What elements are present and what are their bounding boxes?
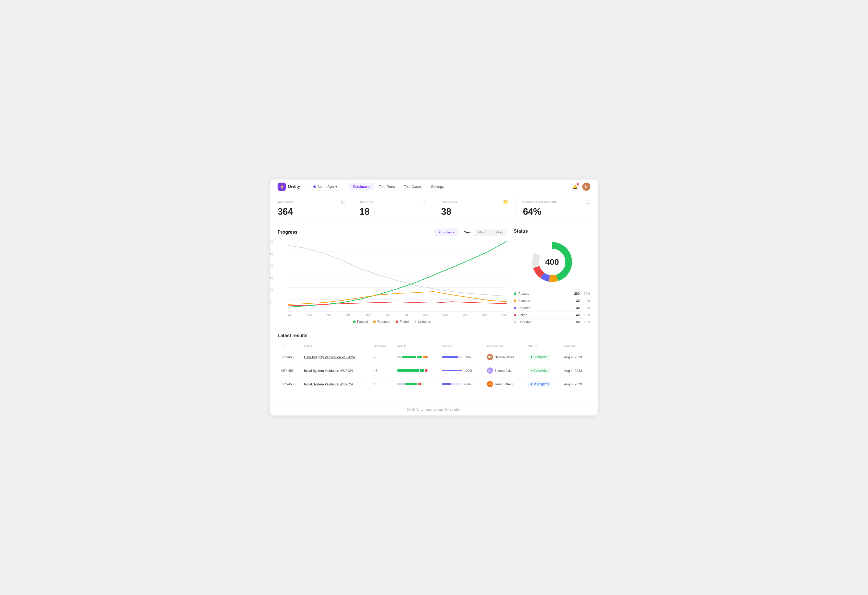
status-row-failed: Failed 40 10% [514, 312, 590, 319]
table-row: KEY-456 Initial System Validation 4/8/20… [278, 377, 590, 391]
col-assigned: Assigned to [484, 342, 525, 351]
test-suites-icon: 📁 [503, 199, 508, 205]
time-group: Year Month Week [460, 229, 506, 236]
status-row-rejected: Rejected 30 8% [514, 304, 590, 312]
cell-status: In progress [525, 377, 561, 391]
stat-test-cases-value: 364 [278, 206, 345, 217]
logo: 🦉 Owlity [278, 183, 300, 191]
status-rejected-label: Rejected [518, 306, 576, 310]
untested-dot [514, 321, 516, 324]
table-row: KEY-456 Data Integrity Verification 4/8/… [278, 351, 590, 364]
cell-cases: 45 [371, 377, 394, 391]
cell-created: Aug 4, 2023 [561, 377, 590, 391]
progress-section: Progress All suites ▾ Year Month Week 30… [278, 228, 506, 326]
legend-rejected: Rejected [373, 320, 390, 324]
chevron-down-icon: ▾ [335, 185, 337, 189]
result-name-link[interactable]: Initial System Validation 4/8/2024 [304, 369, 353, 373]
avatar[interactable]: U [582, 183, 590, 191]
cell-created: Aug 4, 2023 [561, 364, 590, 377]
app-selector[interactable]: Acme App ▾ [310, 183, 340, 190]
y-axis: 300 250 200 150 100 50 0 [270, 240, 273, 316]
x-axis: JanFeb MarApr MayJun JulAug SepOct NovDe… [288, 313, 506, 316]
stat-test-cases-label: Test cases [278, 200, 293, 204]
legend-rejected-label: Rejected [377, 320, 390, 324]
col-name: Name [301, 342, 371, 351]
nav-divider [305, 184, 306, 190]
col-cases: Nº Cases [371, 342, 394, 351]
chart-legend: Passed Rejected Failed Untested [278, 320, 506, 324]
progress-header: Progress All suites ▾ Year Month Week [278, 228, 506, 236]
status-row-blocked: Blocked 30 8% [514, 297, 590, 304]
passed-dot [514, 292, 516, 295]
cell-done: 79% [439, 351, 484, 364]
notification-button[interactable]: 🔔 [571, 183, 579, 191]
status-untested-pct: 13% [583, 320, 590, 324]
cell-result [394, 364, 439, 377]
coverage-icon: ☑ [586, 199, 590, 205]
results-table: ID Name Nº Cases Result Done % Assigned … [278, 342, 590, 391]
status-passed-count: 280 [574, 292, 580, 296]
test-cases-icon: ⊞ [341, 199, 345, 205]
col-status: Status [525, 342, 561, 351]
status-blocked-count: 30 [576, 299, 580, 303]
status-row-untested: Untested 50 13% [514, 319, 590, 326]
legend-failed-label: Failed [400, 320, 409, 324]
logo-icon: 🦉 [278, 183, 286, 191]
status-failed-count: 40 [576, 313, 580, 317]
chart-area [288, 240, 506, 312]
test-runs-icon: ▷ [423, 199, 427, 205]
table-row: KEY-456 Initial System Validation 4/8/20… [278, 364, 590, 377]
donut-chart: 400 [529, 239, 575, 285]
status-failed-label: Failed [518, 313, 576, 317]
stat-test-suites-value: 38 [441, 206, 508, 217]
donut-total: 400 [545, 258, 559, 267]
progress-title: Progress [278, 230, 298, 235]
cell-id: KEY-456 [278, 351, 301, 364]
status-list: Passed 280 70% Blocked 30 8% Rejected 30… [514, 290, 590, 326]
cell-name: Initial System Validation 4/8/2024 [301, 364, 371, 377]
stat-test-suites-label: Test suites [441, 200, 457, 204]
time-year-btn[interactable]: Year [460, 229, 474, 236]
filter-group: All suites ▾ Year Month Week [434, 228, 506, 236]
cell-assignee: NP Natalia Pérez [484, 351, 525, 364]
nav-link-dashboard[interactable]: Dasboard [349, 183, 374, 191]
col-done: Done % [439, 342, 484, 351]
cell-name: Initial System Validation 4/8/2024 [301, 377, 371, 391]
cell-id: KEY-456 [278, 377, 301, 391]
footer-text: OwlityAI, an autonomous QA solution [407, 408, 462, 411]
cell-assignee: ZA Zainab Aziz [484, 364, 525, 377]
chart-wrapper: 300 250 200 150 100 50 0 [278, 240, 506, 316]
legend-passed: Passed [353, 320, 368, 324]
stat-test-suites: Test suites 📁 38 [434, 194, 516, 222]
time-month-btn[interactable]: Month [475, 229, 491, 236]
cell-name: Data Integrity Verification 4/8/2024 [301, 351, 371, 364]
main-content: Progress All suites ▾ Year Month Week 30… [270, 222, 598, 403]
stat-test-cases: Test cases ⊞ 364 [270, 194, 352, 222]
cell-status: Completed [525, 351, 561, 364]
status-title: Status [514, 228, 590, 234]
latest-section: Latest results ID Name Nº Cases Result D… [278, 333, 590, 397]
all-suites-filter[interactable]: All suites ▾ [434, 228, 458, 236]
cell-result [394, 377, 439, 391]
nav-link-testruns[interactable]: Test Runs [375, 183, 399, 191]
nav-link-testcases[interactable]: Test Cases [400, 183, 426, 191]
table-header-row: ID Name Nº Cases Result Done % Assigned … [278, 342, 590, 351]
navbar: 🦉 Owlity Acme App ▾ Dasboard Test Runs T… [270, 180, 598, 194]
status-blocked-label: Blocked [518, 299, 576, 303]
nav-icons: 🔔 U [571, 183, 590, 191]
time-week-btn[interactable]: Week [491, 229, 506, 236]
stat-test-runs-label: Test runs [359, 200, 373, 204]
result-name-link[interactable]: Data Integrity Verification 4/8/2024 [304, 355, 355, 359]
stat-test-runs: Test runs ▷ 18 [352, 194, 434, 222]
col-created: Created [561, 342, 590, 351]
logo-text: Owlity [288, 184, 300, 189]
app-selector-name: Acme App [317, 185, 334, 189]
status-row-passed: Passed 280 70% [514, 290, 590, 297]
nav-link-settings[interactable]: Settings [427, 183, 448, 191]
col-id: ID [278, 342, 301, 351]
result-name-link[interactable]: Initial System Validation 4/8/2024 [304, 382, 353, 386]
cell-done: 45% [439, 377, 484, 391]
stat-coverage-label: Coverage assessment [523, 200, 556, 204]
status-failed-pct: 10% [583, 313, 590, 317]
stat-coverage: Coverage assessment ☑ 64% [516, 194, 598, 222]
